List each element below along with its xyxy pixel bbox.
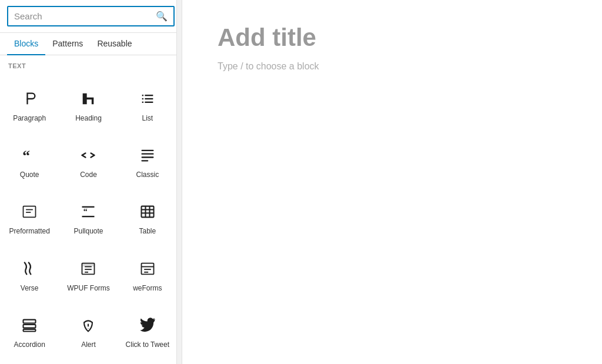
block-label-classic: Classic bbox=[136, 171, 159, 179]
svg-rect-34 bbox=[24, 329, 36, 332]
accordion-icon bbox=[21, 317, 38, 336]
wpuf-forms-icon bbox=[80, 261, 96, 279]
tab-reusable[interactable]: Reusable bbox=[90, 33, 139, 55]
section-text-label: TEXT bbox=[0, 55, 182, 72]
block-item-click-to-tweet[interactable]: Click to Tweet bbox=[118, 303, 177, 359]
svg-rect-32 bbox=[24, 320, 36, 323]
classic-icon bbox=[139, 147, 156, 166]
block-label-list: List bbox=[142, 114, 153, 122]
block-item-weforms[interactable]: weForms bbox=[118, 246, 177, 303]
search-input[interactable] bbox=[14, 11, 156, 21]
block-label-heading: Heading bbox=[75, 114, 102, 122]
block-item-wpuf-forms[interactable]: WPUF Forms bbox=[59, 246, 118, 303]
svg-rect-3 bbox=[142, 98, 143, 99]
svg-rect-27 bbox=[82, 263, 95, 266]
tabs-bar: Blocks Patterns Reusable bbox=[0, 33, 182, 55]
svg-rect-1 bbox=[142, 95, 143, 96]
svg-rect-16 bbox=[82, 216, 95, 217]
alert-icon bbox=[80, 317, 96, 336]
list-icon bbox=[139, 91, 156, 109]
editor-title[interactable]: Add title bbox=[218, 24, 567, 52]
block-item-preformatted[interactable]: Preformatted bbox=[0, 189, 59, 246]
svg-rect-11 bbox=[141, 160, 148, 161]
svg-rect-10 bbox=[141, 157, 153, 158]
sidebar: 🔍 Blocks Patterns Reusable TEXT Paragrap… bbox=[0, 0, 182, 364]
code-icon bbox=[80, 147, 96, 166]
block-item-alert[interactable]: Alert bbox=[59, 303, 118, 359]
svg-rect-9 bbox=[141, 153, 153, 155]
search-input-wrapper: 🔍 bbox=[7, 6, 175, 26]
block-label-verse: Verse bbox=[21, 284, 39, 292]
block-item-table[interactable]: Table bbox=[118, 189, 177, 246]
block-label-pullquote: Pullquote bbox=[73, 227, 103, 235]
tab-patterns[interactable]: Patterns bbox=[45, 33, 90, 55]
svg-rect-18 bbox=[141, 206, 153, 218]
svg-rect-5 bbox=[142, 102, 143, 103]
block-item-classic[interactable]: Classic bbox=[118, 133, 177, 189]
verse-icon bbox=[21, 261, 38, 279]
svg-rect-12 bbox=[24, 206, 36, 218]
paragraph-icon bbox=[21, 91, 38, 109]
block-label-table: Table bbox=[139, 227, 156, 235]
editor-main: Add title Type / to choose a block bbox=[182, 0, 602, 364]
svg-point-36 bbox=[88, 328, 89, 329]
block-label-click-to-tweet: Click to Tweet bbox=[126, 340, 169, 349]
svg-text:“: “ bbox=[22, 148, 30, 164]
blocks-grid: Paragraph Heading bbox=[0, 72, 182, 364]
svg-rect-4 bbox=[145, 98, 153, 99]
preformatted-icon bbox=[21, 203, 38, 222]
table-icon bbox=[139, 203, 156, 222]
search-box: 🔍 bbox=[0, 0, 182, 33]
block-label-wpuf-forms: WPUF Forms bbox=[67, 284, 110, 292]
block-item-list[interactable]: List bbox=[118, 76, 177, 133]
pullquote-icon: “ bbox=[80, 203, 96, 222]
block-label-weforms: weForms bbox=[133, 284, 162, 292]
heading-icon bbox=[80, 91, 96, 109]
block-label-paragraph: Paragraph bbox=[13, 114, 46, 122]
block-item-code[interactable]: Code bbox=[59, 133, 118, 189]
svg-text:“: “ bbox=[83, 207, 88, 216]
editor-content-placeholder[interactable]: Type / to choose a block bbox=[218, 61, 567, 72]
search-icon: 🔍 bbox=[156, 11, 168, 22]
block-item-pullquote[interactable]: “ Pullquote bbox=[59, 189, 118, 246]
svg-rect-8 bbox=[141, 150, 153, 151]
block-item-quote[interactable]: “ Quote bbox=[0, 133, 59, 189]
tab-blocks[interactable]: Blocks bbox=[7, 33, 45, 55]
block-label-code: Code bbox=[80, 171, 97, 179]
quote-icon: “ bbox=[21, 147, 38, 166]
block-item-verse[interactable]: Verse bbox=[0, 246, 59, 303]
svg-rect-6 bbox=[145, 102, 153, 103]
svg-rect-2 bbox=[145, 95, 153, 96]
block-item-accordion[interactable]: Accordion bbox=[0, 303, 59, 359]
block-item-paragraph[interactable]: Paragraph bbox=[0, 76, 59, 133]
block-label-accordion: Accordion bbox=[14, 340, 45, 349]
block-label-preformatted: Preformatted bbox=[9, 227, 49, 235]
weforms-icon bbox=[139, 261, 156, 279]
block-label-quote: Quote bbox=[20, 171, 39, 179]
twitter-icon bbox=[139, 317, 156, 336]
block-label-alert: Alert bbox=[81, 340, 96, 349]
svg-rect-33 bbox=[24, 325, 36, 328]
block-item-heading[interactable]: Heading bbox=[59, 76, 118, 133]
